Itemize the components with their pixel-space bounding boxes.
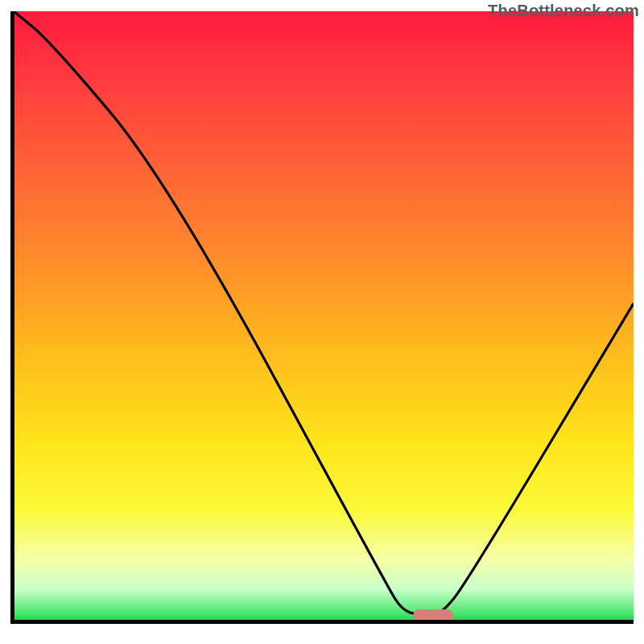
curve-path [14, 11, 634, 613]
y-axis-line [10, 11, 14, 623]
watermark-text: TheBottleneck.com [488, 2, 639, 20]
bottleneck-chart: TheBottleneck.com [0, 0, 644, 644]
x-axis-line [10, 620, 634, 624]
bottleneck-curve [14, 11, 634, 620]
